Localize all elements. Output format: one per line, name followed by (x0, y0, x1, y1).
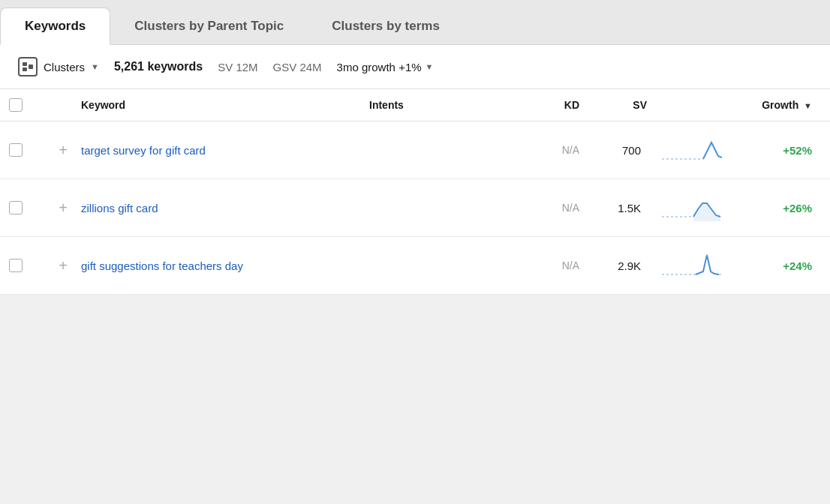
row1-checkbox[interactable] (9, 143, 45, 157)
row3-keyword-link[interactable]: gift suggestions for teachers day (81, 260, 243, 272)
row2-keyword-link[interactable]: zillions gift card (81, 202, 158, 214)
tab-clusters-terms-label: Clusters by terms (332, 19, 440, 33)
row2-sparkline (647, 193, 737, 223)
row1-keyword-link[interactable]: target survey for gift card (81, 144, 206, 157)
svg-rect-0 (23, 62, 27, 66)
tab-clusters-parent-label: Clusters by Parent Topic (134, 19, 284, 33)
table-header-row: Keyword Intents KD SV Growth ▼ (0, 89, 830, 122)
growth-sort-icon[interactable]: ▼ (804, 101, 812, 110)
th-growth: Growth ▼ (737, 99, 812, 111)
main-container: Keywords Clusters by Parent Topic Cluste… (0, 0, 830, 504)
th-kd: KD (519, 99, 579, 111)
svg-rect-2 (29, 64, 33, 69)
gsv-stat: GSV 24M (273, 61, 322, 74)
tab-clusters-terms[interactable]: Clusters by terms (308, 8, 464, 44)
toolbar: Clusters ▼ 5,261 keywords SV 12M GSV 24M… (0, 45, 830, 89)
row2-checkbox[interactable] (9, 201, 45, 214)
row1-kd: N/A (519, 144, 579, 156)
row2-add-button[interactable]: + (45, 200, 81, 217)
clusters-label: Clusters (44, 61, 85, 74)
row2-sv: 1.5K (579, 202, 647, 214)
row1-add-button[interactable]: + (45, 142, 81, 159)
svg-marker-5 (693, 203, 720, 221)
table-row: + gift suggestions for teachers day N/A … (0, 237, 830, 295)
table-row: + zillions gift card N/A 1.5K +26% (0, 179, 830, 237)
row3-kd: N/A (519, 260, 579, 272)
growth-dropdown[interactable]: 3mo growth +1% ▼ (337, 61, 434, 74)
tab-bar: Keywords Clusters by Parent Topic Cluste… (0, 0, 830, 45)
table-row: + target survey for gift card N/A 700 +5… (0, 122, 830, 179)
row3-growth: +24% (737, 260, 812, 272)
keywords-table: Keyword Intents KD SV Growth ▼ + target … (0, 89, 830, 295)
clusters-chevron-icon: ▼ (91, 62, 99, 71)
row1-growth: +52% (737, 144, 812, 157)
clusters-icon (18, 57, 38, 76)
tab-keywords-label: Keywords (25, 19, 86, 33)
th-sv: SV (579, 99, 647, 111)
row2-kd: N/A (519, 202, 579, 214)
row2-growth: +26% (737, 202, 812, 214)
growth-label: 3mo growth +1% (337, 61, 422, 74)
row3-add-button[interactable]: + (45, 257, 81, 274)
th-keyword: Keyword (81, 99, 369, 111)
keywords-count: 5,261 keywords (114, 60, 203, 74)
th-intents: Intents (369, 99, 519, 111)
svg-rect-1 (23, 68, 27, 71)
tab-clusters-parent[interactable]: Clusters by Parent Topic (110, 8, 308, 44)
clusters-button[interactable]: Clusters ▼ (18, 57, 99, 76)
row3-sparkline (647, 250, 737, 280)
growth-chevron-icon: ▼ (426, 62, 434, 71)
sv-stat: SV 12M (218, 61, 257, 74)
row3-sv: 2.9K (579, 260, 647, 272)
row1-sv: 700 (579, 144, 647, 157)
tab-keywords[interactable]: Keywords (0, 8, 110, 45)
select-all-checkbox[interactable] (9, 98, 45, 112)
row3-checkbox[interactable] (9, 259, 45, 272)
row1-sparkline (647, 135, 737, 165)
